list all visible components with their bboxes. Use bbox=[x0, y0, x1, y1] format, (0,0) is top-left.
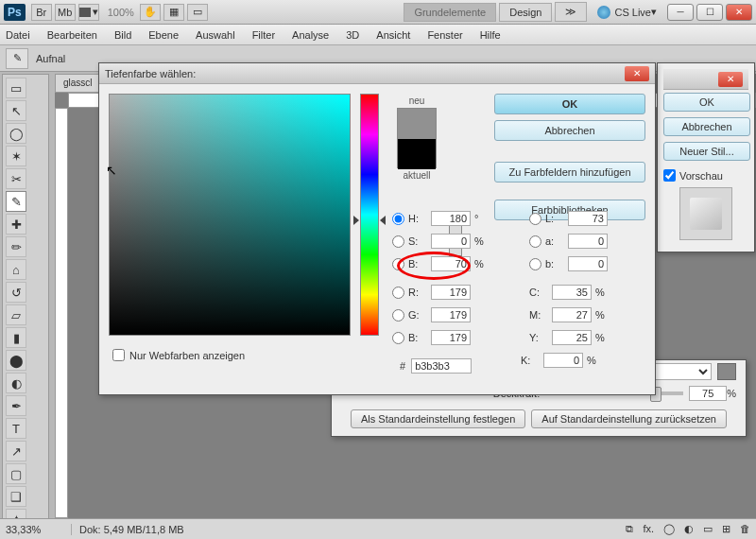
h-input[interactable] bbox=[431, 211, 471, 226]
close-button[interactable]: ✕ bbox=[726, 4, 752, 21]
b-rgb-input[interactable] bbox=[431, 330, 471, 345]
menu-view[interactable]: Ansicht bbox=[376, 29, 410, 41]
link-icon[interactable]: ⧉ bbox=[626, 523, 633, 535]
r-radio[interactable] bbox=[392, 287, 404, 299]
eraser-tool-icon[interactable]: ▱ bbox=[6, 304, 26, 325]
menu-select[interactable]: Auswahl bbox=[196, 29, 235, 41]
l-input[interactable] bbox=[568, 211, 608, 226]
cancel-button[interactable]: Abbrechen bbox=[663, 117, 750, 136]
shape-tool-icon[interactable]: ▢ bbox=[6, 463, 26, 484]
b-hsb-input[interactable] bbox=[431, 256, 471, 271]
dodge-tool-icon[interactable]: ◐ bbox=[6, 373, 26, 393]
b-hsb-radio[interactable] bbox=[392, 258, 404, 270]
y-input[interactable] bbox=[552, 330, 592, 345]
bridge-icon[interactable]: Br bbox=[31, 4, 52, 21]
menu-bar: Datei Bearbeiten Bild Ebene Auswahl Filt… bbox=[0, 25, 756, 45]
type-tool-icon[interactable]: T bbox=[6, 418, 26, 439]
gradient-tool-icon[interactable]: ▮ bbox=[6, 327, 26, 348]
maximize-button[interactable]: ☐ bbox=[696, 4, 723, 21]
a-radio[interactable] bbox=[529, 235, 541, 248]
r-input[interactable] bbox=[431, 285, 471, 300]
close-icon[interactable]: ✕ bbox=[625, 66, 649, 81]
menu-window[interactable]: Fenster bbox=[427, 29, 462, 41]
hex-input[interactable] bbox=[411, 358, 472, 374]
eyedropper-icon[interactable]: ✎ bbox=[6, 48, 28, 69]
zoom-level[interactable]: 100% bbox=[108, 7, 134, 18]
mask-icon[interactable]: ◯ bbox=[663, 523, 675, 535]
menu-help[interactable]: Hilfe bbox=[480, 29, 501, 41]
arrange-icon[interactable]: ▦ bbox=[163, 4, 184, 21]
b-rgb-radio[interactable] bbox=[392, 332, 404, 344]
a-input[interactable] bbox=[568, 234, 608, 249]
workspace-essentials[interactable]: Grundelemente bbox=[404, 3, 496, 22]
move-tool-icon[interactable]: ▭ bbox=[6, 78, 26, 98]
stamp-tool-icon[interactable]: ⌂ bbox=[6, 259, 26, 280]
make-default-button[interactable]: Als Standardeinstellung festlegen bbox=[351, 409, 525, 428]
g-input[interactable] bbox=[431, 307, 471, 322]
c-input[interactable] bbox=[552, 285, 592, 300]
fx-icon[interactable]: fx. bbox=[643, 523, 654, 535]
blur-tool-icon[interactable]: ⬤ bbox=[6, 350, 26, 371]
close-icon[interactable]: ✕ bbox=[718, 72, 743, 87]
menu-file[interactable]: Datei bbox=[6, 29, 30, 41]
eyedropper-tool-icon[interactable]: ✎ bbox=[6, 191, 26, 212]
wand-tool-icon[interactable]: ✶ bbox=[6, 146, 26, 166]
menu-analysis[interactable]: Analyse bbox=[292, 29, 329, 41]
brush-tool-icon[interactable]: ✏ bbox=[6, 236, 26, 257]
adjust-icon[interactable]: ◐ bbox=[684, 523, 694, 535]
pen-tool-icon[interactable]: ✒ bbox=[6, 395, 26, 416]
s-input[interactable] bbox=[431, 234, 471, 249]
menu-image[interactable]: Bild bbox=[114, 29, 131, 41]
path-tool-icon[interactable]: ↗ bbox=[6, 441, 26, 461]
move-arrow-icon[interactable]: ↖ bbox=[6, 100, 26, 121]
webonly-label: Nur Webfarben anzeigen bbox=[129, 350, 245, 361]
h-radio[interactable] bbox=[392, 213, 404, 225]
menu-layer[interactable]: Ebene bbox=[148, 29, 179, 41]
lasso-tool-icon[interactable]: ◯ bbox=[6, 123, 26, 144]
heal-tool-icon[interactable]: ✚ bbox=[6, 214, 26, 235]
new-icon[interactable]: ⊞ bbox=[722, 523, 730, 535]
ok-button[interactable]: OK bbox=[663, 93, 750, 112]
cs-live-button[interactable]: CS Live ▾ bbox=[597, 6, 657, 19]
minibridge-icon[interactable]: Mb bbox=[55, 4, 76, 21]
screen-mode-icon[interactable]: ▾ bbox=[78, 4, 99, 21]
workspace-more-icon[interactable]: ≫ bbox=[555, 2, 587, 22]
trash-icon[interactable]: 🗑 bbox=[740, 523, 750, 535]
m-input[interactable] bbox=[552, 307, 592, 322]
status-doc[interactable]: Dok: 5,49 MB/11,8 MB bbox=[79, 524, 184, 535]
webonly-checkbox[interactable] bbox=[112, 349, 125, 361]
folder-icon[interactable]: ▭ bbox=[703, 523, 713, 535]
minimize-button[interactable]: ─ bbox=[667, 4, 694, 21]
blend-color-swatch[interactable] bbox=[717, 363, 736, 380]
s-radio[interactable] bbox=[392, 235, 404, 248]
app-titlebar: Ps Br Mb ▾ 100% ✋ ▦ ▭ Grundelemente Desi… bbox=[0, 0, 756, 25]
preview-checkbox[interactable] bbox=[663, 169, 676, 182]
new-style-button[interactable]: Neuer Stil... bbox=[663, 142, 750, 161]
g-radio[interactable] bbox=[392, 309, 404, 322]
hue-slider[interactable] bbox=[360, 94, 379, 336]
reset-default-button[interactable]: Auf Standardeinstellung zurücksetzen bbox=[531, 409, 727, 428]
color-field[interactable] bbox=[109, 94, 351, 336]
extras-icon[interactable]: ▭ bbox=[187, 4, 208, 21]
b-lab-radio[interactable] bbox=[529, 258, 541, 270]
status-zoom[interactable]: 33,33% bbox=[6, 524, 72, 535]
document-tab[interactable]: glasscl bbox=[55, 74, 101, 93]
3d-tool-icon[interactable]: ❑ bbox=[6, 486, 26, 507]
workspace-design[interactable]: Design bbox=[499, 3, 552, 22]
current-label: aktuell bbox=[388, 170, 445, 181]
new-label: neu bbox=[388, 96, 445, 106]
new-current-swatch[interactable] bbox=[397, 108, 437, 168]
l-radio[interactable] bbox=[529, 213, 541, 225]
b-lab-input[interactable] bbox=[568, 256, 608, 271]
hand-icon[interactable]: ✋ bbox=[140, 4, 161, 21]
menu-3d[interactable]: 3D bbox=[346, 29, 359, 41]
picker-ok-button[interactable]: OK bbox=[494, 94, 645, 114]
opacity-input[interactable] bbox=[689, 386, 727, 401]
add-swatch-button[interactable]: Zu Farbfeldern hinzufügen bbox=[494, 162, 645, 183]
menu-edit[interactable]: Bearbeiten bbox=[47, 29, 97, 41]
crop-tool-icon[interactable]: ✂ bbox=[6, 168, 26, 189]
k-input[interactable] bbox=[543, 353, 583, 368]
picker-cancel-button[interactable]: Abbrechen bbox=[494, 120, 645, 141]
history-brush-icon[interactable]: ↺ bbox=[6, 282, 26, 303]
menu-filter[interactable]: Filter bbox=[252, 29, 275, 41]
